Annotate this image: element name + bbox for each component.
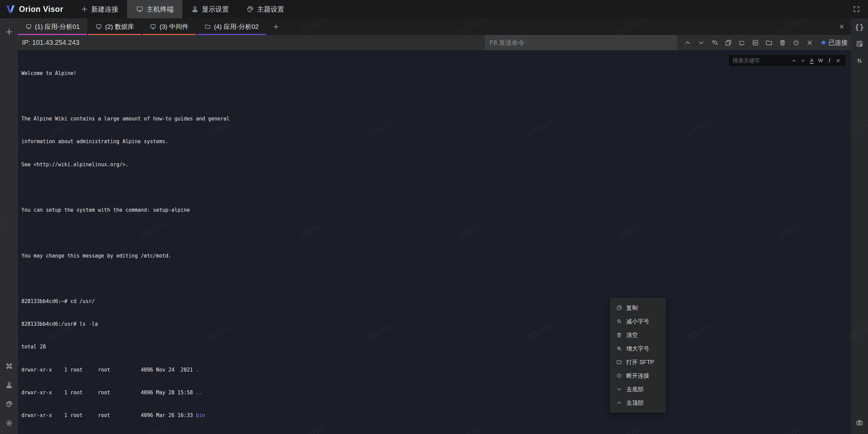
match-case-toggle[interactable]: A <box>807 56 816 65</box>
paste-button[interactable] <box>736 37 748 49</box>
power-icon <box>792 39 800 46</box>
chevron-up-icon <box>616 400 622 406</box>
terminal-line: drwxr-xr-x 1 root root 4096 Nov 24 2021 … <box>21 366 851 374</box>
trash-icon <box>616 332 622 338</box>
new-tab-button[interactable] <box>2 24 16 39</box>
top-navbar: Orion Visor 新建连接 主机终端 显示设置 主题设置 <box>0 0 868 18</box>
menu-item-disconnect[interactable]: 断开连接 <box>611 369 665 382</box>
folder-icon <box>765 39 773 46</box>
clear-button[interactable] <box>777 37 788 49</box>
tab-database[interactable]: (2) 数据库 <box>88 18 142 35</box>
search-next-button[interactable] <box>798 56 807 65</box>
nav-item-theme-settings[interactable]: 主题设置 <box>238 0 293 18</box>
search-prev-button[interactable] <box>790 56 798 65</box>
terminal-line: See <http://wiki.alpinelinux.org/>. <box>21 161 851 168</box>
nav-item-new-connection[interactable]: 新建连接 <box>72 0 127 18</box>
menu-item-copy[interactable]: 复制 <box>611 301 665 315</box>
terminal-line <box>21 275 851 282</box>
command-icon <box>5 362 13 370</box>
sidebar-display-settings-button[interactable] <box>2 378 16 393</box>
close-session-button[interactable] <box>804 37 815 49</box>
sidebar-commands-button[interactable] <box>2 359 16 374</box>
orion-visor-logo-icon <box>5 4 16 14</box>
open-sftp-button[interactable] <box>763 37 775 49</box>
plus-icon <box>81 5 88 13</box>
monitor-icon <box>136 5 143 13</box>
variables-panel-button[interactable]: {} <box>853 18 866 35</box>
trash-icon <box>779 39 786 46</box>
monitor-icon <box>25 23 32 30</box>
tab-underline <box>197 34 266 35</box>
regex-toggle[interactable]: I <box>825 56 834 65</box>
terminal-line: 828133bb4cd6:/usr# ls -la <box>21 320 851 328</box>
sort-arrows-icon <box>856 57 863 64</box>
close-icon <box>806 39 813 46</box>
nav-item-host-terminal[interactable]: 主机终端 <box>127 0 182 18</box>
menu-item-increase-font[interactable]: 增大字号 <box>611 342 665 355</box>
search-close-button[interactable] <box>834 56 843 65</box>
copy-icon <box>616 305 622 311</box>
menu-item-go-top[interactable]: 去顶部 <box>611 396 665 410</box>
nav-item-display-settings[interactable]: 显示设置 <box>182 0 238 18</box>
terminal-line <box>21 229 851 237</box>
plus-icon <box>5 27 14 36</box>
whole-word-toggle[interactable]: W <box>816 56 825 65</box>
tab-app-analysis-01[interactable]: (1) 应用-分析01 <box>18 18 87 35</box>
tab-app-analysis-02[interactable]: (4) 应用-分析02 <box>197 18 266 35</box>
fullscreen-icon <box>853 5 860 13</box>
terminal-line: You can setup the system with the comman… <box>21 206 851 214</box>
terminal-line: drwxr-xr-x 1 root root 4096 Mar 26 16:33… <box>21 412 851 419</box>
doc-bookmark-icon <box>856 40 863 48</box>
app-title: Orion Visor <box>19 5 63 14</box>
zoom-in-icon <box>616 345 622 352</box>
palette-icon <box>5 400 13 408</box>
menu-item-clear[interactable]: 清空 <box>611 328 665 342</box>
close-icon <box>835 58 841 63</box>
terminal-line: You may change this message by editing /… <box>21 252 851 260</box>
terminal-line: The Alpine Wiki contains a large amount … <box>21 115 851 122</box>
terminal-context-menu: 复制 减小字号 清空 增大字号 打开 SFTP 断开连接 去底部 去顶部 <box>610 298 666 412</box>
disconnect-button[interactable] <box>790 37 802 49</box>
directory-name: bin <box>196 412 205 418</box>
tab-middleware[interactable]: (3) 中间件 <box>142 18 196 35</box>
terminal-toolbar-icons <box>677 37 819 49</box>
sidebar-theme-button[interactable] <box>2 397 16 412</box>
transfer-panel-button[interactable] <box>853 52 866 69</box>
app-logo: Orion Visor <box>0 0 72 18</box>
folder-icon <box>616 359 622 365</box>
search-input[interactable] <box>733 58 790 64</box>
sidebar-settings-button[interactable] <box>2 416 16 431</box>
search-icon <box>711 39 718 46</box>
send-command-input[interactable] <box>485 35 677 50</box>
screenshot-button[interactable] <box>853 414 866 431</box>
directory-name: . <box>196 367 199 373</box>
terminal-line: Welcome to Alpine! <box>21 70 851 77</box>
scroll-down-button[interactable] <box>695 37 707 49</box>
terminal-screen[interactable]: Welcome to Alpine! The Alpine Wiki conta… <box>18 50 851 434</box>
menu-item-go-bottom[interactable]: 去底部 <box>611 382 665 396</box>
right-sidebar: {} <box>851 18 868 434</box>
menu-item-decrease-font[interactable]: 减小字号 <box>611 315 665 328</box>
menu-item-open-sftp[interactable]: 打开 SFTP <box>611 355 665 369</box>
command-snippet-button[interactable] <box>750 37 761 49</box>
tab-underline <box>142 34 196 35</box>
terminal-line: 828133bb4cd6:~# cd /usr/ <box>21 298 851 305</box>
copy-button[interactable] <box>723 37 734 49</box>
copy-icon <box>725 39 732 46</box>
scroll-up-button[interactable] <box>682 37 693 49</box>
power-icon <box>616 373 622 379</box>
add-tab-button[interactable] <box>267 18 285 35</box>
fullscreen-button[interactable] <box>850 2 863 17</box>
stamp-icon <box>5 381 13 389</box>
ip-address-label: IP: 101.43.254.243 <box>18 39 79 46</box>
connection-status-badge: 已连接 <box>819 38 851 47</box>
snippets-panel-button[interactable] <box>853 35 866 52</box>
close-icon <box>839 23 845 30</box>
search-button[interactable] <box>709 37 721 49</box>
terminal-line <box>21 184 851 191</box>
braces-icon: {} <box>855 23 865 31</box>
chevron-down-icon <box>616 386 622 392</box>
close-tabs-button[interactable] <box>832 18 851 35</box>
terminal-search-panel: A W I <box>728 54 846 67</box>
left-sidebar <box>0 18 18 434</box>
